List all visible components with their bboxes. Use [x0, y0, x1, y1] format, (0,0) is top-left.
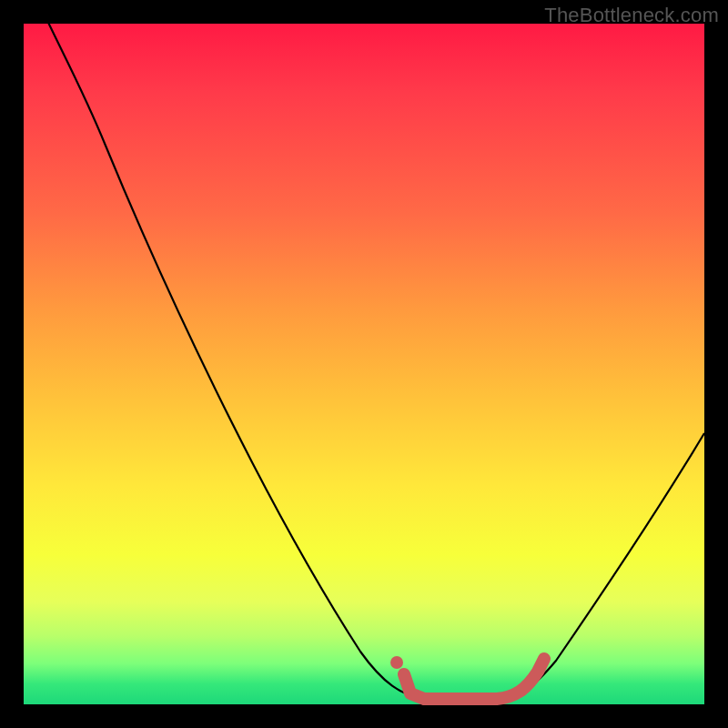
- plot-area: [24, 24, 704, 704]
- watermark-text: TheBottleneck.com: [544, 4, 719, 27]
- bottleneck-curve: [24, 0, 704, 699]
- chart-frame: TheBottleneck.com: [0, 0, 728, 728]
- highlight-dot: [390, 656, 403, 669]
- curve-layer: [24, 24, 704, 704]
- optimal-range-highlight: [404, 659, 544, 699]
